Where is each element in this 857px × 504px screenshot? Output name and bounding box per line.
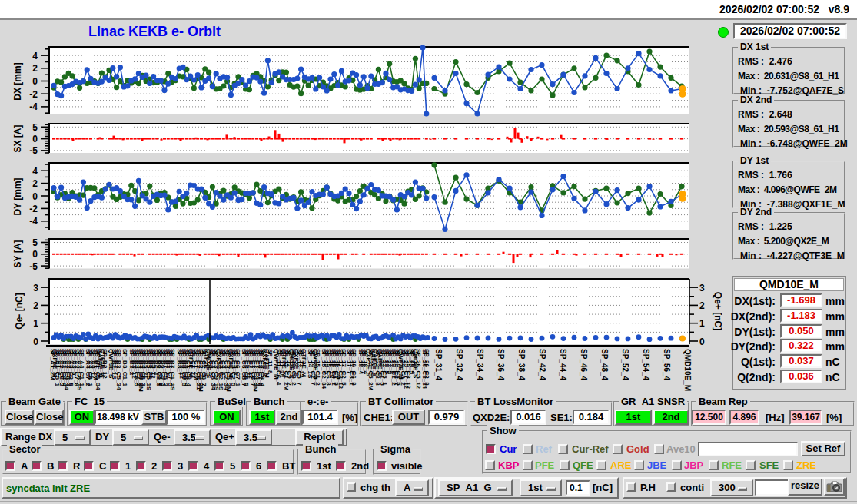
svg-text:SP_32_4: SP_32_4: [455, 349, 463, 381]
svg-text:Qe- [nC]: Qe- [nC]: [14, 293, 25, 329]
svg-text:SP_56_4: SP_56_4: [663, 349, 671, 381]
svg-text:SP_48_4: SP_48_4: [600, 349, 609, 381]
svg-text:SP_17_C2_5: SP_17_C2_5: [340, 349, 347, 386]
svg-text:SP_38_4: SP_38_4: [517, 349, 526, 381]
svg-text:2: 2: [32, 63, 38, 74]
svg-text:SY [A]: SY [A]: [12, 240, 23, 268]
svg-text:-4: -4: [29, 101, 38, 112]
svg-text:SP_31_4: SP_31_4: [434, 349, 443, 381]
svg-text:2: 2: [33, 300, 38, 311]
svg-text:1: 1: [699, 318, 705, 329]
svg-text:SP_34_4: SP_34_4: [476, 349, 484, 381]
svg-text:SP_C6_C7_1: SP_C6_C7_1: [234, 349, 241, 386]
svg-text:-4: -4: [29, 216, 38, 227]
svg-text:3: 3: [33, 283, 38, 293]
svg-text:0: 0: [33, 337, 38, 347]
svg-text:0: 0: [32, 249, 38, 260]
svg-text:4: 4: [32, 166, 38, 177]
svg-text:2: 2: [699, 300, 705, 311]
svg-text:3: 3: [699, 283, 705, 293]
svg-text:SP_46_4: SP_46_4: [580, 349, 588, 381]
svg-text:1: 1: [33, 318, 38, 329]
svg-text:QMD10E_M: QMD10E_M: [683, 349, 692, 391]
svg-text:SP_18_C6_3: SP_18_C6_3: [350, 349, 357, 386]
svg-text:0: 0: [32, 76, 38, 87]
svg-text:SP_26_C5_12: SP_26_C5_12: [415, 349, 422, 390]
svg-text:-2: -2: [29, 204, 38, 214]
svg-text:Qe+ [nC]: Qe+ [nC]: [713, 292, 723, 330]
svg-text:5: 5: [32, 122, 38, 133]
svg-text:5: 5: [32, 237, 38, 248]
svg-text:SP_B2_12: SP_B2_12: [101, 349, 108, 379]
svg-text:0: 0: [699, 337, 705, 347]
svg-text:4: 4: [32, 51, 38, 61]
svg-text:0: 0: [32, 134, 38, 144]
svg-text:-5: -5: [29, 261, 38, 272]
svg-text:0: 0: [32, 191, 38, 202]
svg-text:2: 2: [32, 178, 38, 189]
svg-text:SX [A]: SX [A]: [12, 124, 23, 152]
svg-text:SP_54_4: SP_54_4: [642, 349, 650, 381]
svg-text:-5: -5: [29, 145, 38, 156]
svg-text:SP_36_4: SP_36_4: [497, 349, 505, 381]
svg-text:SP_A4_C1_1: SP_A4_C1_1: [78, 349, 85, 386]
svg-text:SP_44_4: SP_44_4: [559, 349, 567, 381]
svg-text:SP_15_C1_2: SP_15_C1_2: [314, 349, 321, 386]
svg-text:SP_52_4: SP_52_4: [621, 349, 629, 381]
svg-text:SP_B7_C1_1S: SP_B7_C1_1S: [169, 349, 176, 391]
svg-text:SP_B3_C5_34: SP_B3_C5_34: [115, 349, 122, 390]
svg-text:DX [mm]: DX [mm]: [12, 62, 23, 100]
svg-text:DY [mm]: DY [mm]: [12, 177, 23, 215]
svg-text:-2: -2: [29, 89, 38, 100]
svg-text:SP_26_C2_3: SP_26_C2_3: [424, 349, 430, 386]
svg-text:QTF3E_M: QTF3E_M: [301, 349, 307, 377]
svg-text:SP_B3_C1_1: SP_B3_C1_1: [121, 349, 128, 386]
svg-text:SP_11_8: SP_11_8: [267, 349, 274, 374]
svg-text:SP_42_4: SP_42_4: [538, 349, 546, 381]
